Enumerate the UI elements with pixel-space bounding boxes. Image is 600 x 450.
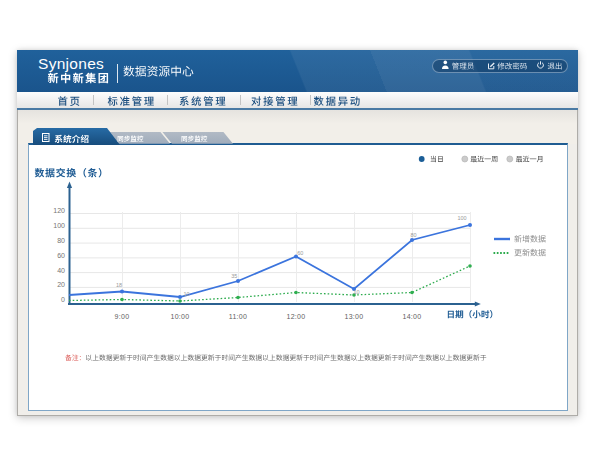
- svg-text:35: 35: [231, 273, 237, 279]
- svg-text:20: 20: [57, 281, 65, 288]
- svg-text:0: 0: [61, 296, 65, 303]
- svg-text:80: 80: [57, 237, 65, 244]
- svg-text:14:00: 14:00: [402, 313, 421, 320]
- svg-text:9:00: 9:00: [115, 313, 130, 320]
- svg-text:18: 18: [116, 282, 122, 288]
- svg-text:10: 10: [353, 289, 359, 295]
- svg-text:40: 40: [57, 267, 65, 274]
- svg-text:11:00: 11:00: [229, 313, 248, 320]
- svg-text:10: 10: [183, 291, 189, 297]
- svg-text:10:00: 10:00: [170, 313, 189, 320]
- svg-text:12:00: 12:00: [286, 313, 305, 320]
- svg-text:60: 60: [297, 250, 303, 256]
- svg-text:120: 120: [53, 207, 65, 214]
- svg-text:13:00: 13:00: [344, 313, 363, 320]
- svg-text:60: 60: [57, 252, 65, 259]
- svg-text:80: 80: [410, 232, 416, 238]
- svg-text:100: 100: [457, 215, 466, 221]
- svg-text:100: 100: [53, 222, 65, 229]
